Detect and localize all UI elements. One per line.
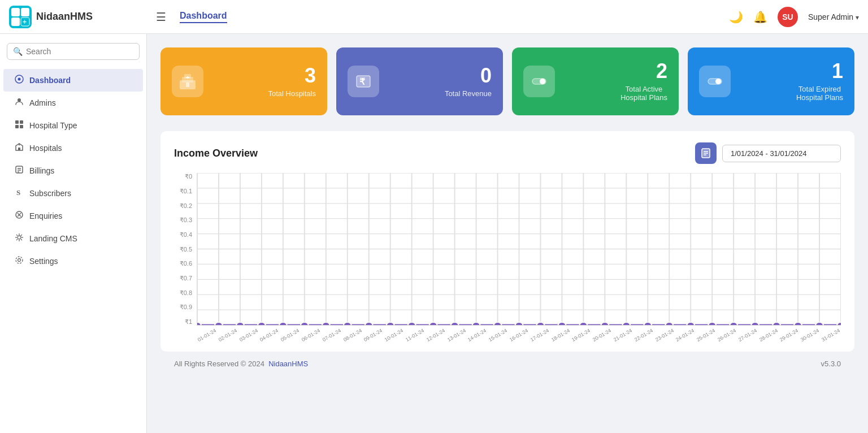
chart-x-label: 14-01-24 bbox=[467, 328, 487, 343]
svg-rect-12 bbox=[20, 125, 23, 128]
chart-x-label: 23-01-24 bbox=[654, 328, 674, 343]
sidebar-item-label: Subscribers bbox=[29, 189, 71, 198]
chart-x-label: 27-01-24 bbox=[737, 328, 758, 343]
footer-brand-link[interactable]: NidaanHMS bbox=[268, 360, 308, 368]
chart-x-label: 12-01-24 bbox=[426, 328, 446, 343]
sidebar-item-dashboard[interactable]: Dashboard bbox=[3, 69, 143, 92]
chart-x-label: 24-01-24 bbox=[675, 328, 695, 343]
sidebar-item-billings[interactable]: Billings bbox=[3, 159, 143, 182]
navbar-logo: + NidaanHMS bbox=[9, 6, 156, 28]
svg-point-32 bbox=[16, 257, 23, 263]
income-chart: ₹1₹0.9₹0.8₹0.7₹0.6₹0.5₹0.4₹0.3₹0.2₹0.1₹0… bbox=[174, 173, 841, 343]
search-input[interactable] bbox=[26, 47, 133, 56]
sidebar-item-landing-cms[interactable]: Landing CMS bbox=[3, 227, 143, 250]
chart-area bbox=[197, 173, 841, 326]
svg-point-119 bbox=[794, 322, 802, 325]
chart-x-label: 03-01-24 bbox=[238, 328, 259, 343]
income-overview-section: Income Overview ₹1₹0.9₹0.8₹0.7₹0.6₹0.5₹0… bbox=[160, 131, 854, 352]
sidebar-search-container[interactable]: 🔍 bbox=[7, 43, 140, 60]
income-controls bbox=[695, 142, 841, 164]
svg-rect-36 bbox=[186, 83, 189, 87]
chart-x-label: 06-01-24 bbox=[301, 328, 321, 343]
sidebar-item-label: Billings bbox=[29, 166, 54, 175]
navbar-page-title: Dashboard bbox=[180, 11, 227, 23]
svg-point-108 bbox=[558, 322, 566, 325]
enquiries-icon bbox=[15, 210, 24, 222]
avatar[interactable]: SU bbox=[778, 7, 798, 27]
svg-rect-9 bbox=[15, 120, 19, 124]
svg-point-112 bbox=[644, 322, 652, 325]
svg-rect-10 bbox=[20, 120, 23, 124]
svg-point-96 bbox=[301, 322, 309, 325]
stat-card-expired-plans: 1 Total ExpiredHospital Plans bbox=[688, 47, 854, 115]
svg-point-117 bbox=[751, 322, 759, 325]
stat-card-total-revenue: ₹ 0 Total Revenue bbox=[336, 47, 503, 115]
chart-y-label: ₹0.3 bbox=[174, 216, 194, 224]
svg-point-101 bbox=[408, 322, 416, 325]
footer: All Rights Reserved © 2024 NidaanHMS v5.… bbox=[160, 352, 854, 376]
svg-line-27 bbox=[16, 235, 18, 236]
menu-toggle-icon[interactable]: ☰ bbox=[156, 10, 166, 24]
svg-point-7 bbox=[18, 78, 21, 81]
svg-point-121 bbox=[837, 322, 841, 325]
chart-y-label: ₹0.7 bbox=[174, 275, 194, 282]
user-menu[interactable]: Super Admin ▾ bbox=[808, 12, 859, 21]
svg-point-42 bbox=[540, 79, 545, 84]
svg-point-107 bbox=[537, 322, 545, 325]
svg-rect-2 bbox=[21, 8, 29, 16]
sidebar-item-hospitals[interactable]: Hospitals bbox=[3, 137, 143, 159]
svg-point-110 bbox=[601, 322, 609, 325]
chart-grid-svg bbox=[197, 173, 841, 325]
hospital-type-icon bbox=[15, 120, 24, 131]
total-revenue-label: Total Revenue bbox=[445, 89, 492, 98]
sidebar-item-subscribers[interactable]: SSubscribers bbox=[3, 182, 143, 205]
sidebar-item-enquiries[interactable]: Enquiries bbox=[3, 205, 143, 227]
chart-y-label: ₹0 bbox=[174, 173, 194, 180]
svg-point-94 bbox=[258, 322, 266, 325]
svg-point-93 bbox=[236, 322, 244, 325]
total-hospitals-text: 3 Total Hospitals bbox=[268, 66, 316, 98]
chart-x-label: 09-01-24 bbox=[363, 328, 383, 343]
expired-plans-icon bbox=[699, 66, 731, 97]
income-title: Income Overview bbox=[174, 148, 258, 159]
sidebar-item-label: Landing CMS bbox=[29, 234, 77, 243]
main-content: 3 Total Hospitals ₹ 0 Total Revenue 2 To… bbox=[147, 34, 868, 433]
chart-x-label: 04-01-24 bbox=[259, 328, 279, 343]
svg-point-109 bbox=[580, 322, 588, 325]
svg-point-8 bbox=[18, 98, 21, 102]
list-report-icon bbox=[700, 148, 711, 159]
total-hospitals-icon bbox=[172, 66, 203, 97]
svg-point-111 bbox=[622, 322, 630, 325]
chart-x-label: 19-01-24 bbox=[571, 328, 591, 343]
svg-point-115 bbox=[708, 322, 716, 325]
svg-point-100 bbox=[387, 322, 394, 325]
dark-mode-icon[interactable]: 🌙 bbox=[729, 10, 743, 24]
active-plans-text: 2 Total ActiveHospital Plans bbox=[620, 61, 667, 102]
chart-y-axis: ₹1₹0.9₹0.8₹0.7₹0.6₹0.5₹0.4₹0.3₹0.2₹0.1₹0 bbox=[174, 173, 194, 326]
billings-icon bbox=[15, 165, 24, 176]
chart-x-label: 17-01-24 bbox=[530, 328, 550, 343]
sidebar-item-settings[interactable]: Settings bbox=[3, 250, 143, 272]
sidebar-item-hospital-type[interactable]: Hospital Type bbox=[3, 114, 143, 137]
total-hospitals-label: Total Hospitals bbox=[268, 89, 316, 98]
chart-x-label: 31-01-24 bbox=[821, 328, 841, 343]
notifications-icon[interactable]: 🔔 bbox=[753, 10, 767, 24]
report-icon-button[interactable] bbox=[695, 142, 717, 164]
total-hospitals-number: 3 bbox=[268, 66, 316, 86]
search-icon: 🔍 bbox=[13, 47, 23, 56]
main-layout: 🔍 DashboardAdminsHospital TypeHospitalsB… bbox=[0, 34, 868, 433]
svg-point-92 bbox=[215, 322, 223, 325]
chart-x-label: 13-01-24 bbox=[446, 328, 466, 343]
date-range-input[interactable] bbox=[722, 145, 841, 162]
chart-x-label: 08-01-24 bbox=[342, 328, 362, 343]
expired-plans-label: Total ExpiredHospital Plans bbox=[796, 85, 843, 102]
chart-x-label: 15-01-24 bbox=[488, 328, 508, 343]
svg-point-98 bbox=[344, 322, 351, 325]
chart-x-label: 29-01-24 bbox=[779, 328, 799, 343]
sidebar-item-admins[interactable]: Admins bbox=[3, 92, 143, 114]
sidebar-item-label: Enquiries bbox=[29, 211, 62, 220]
svg-rect-13 bbox=[18, 148, 20, 150]
chart-x-label: 11-01-24 bbox=[405, 328, 425, 343]
sidebar-item-label: Admins bbox=[29, 98, 56, 107]
stats-grid: 3 Total Hospitals ₹ 0 Total Revenue 2 To… bbox=[160, 47, 854, 115]
